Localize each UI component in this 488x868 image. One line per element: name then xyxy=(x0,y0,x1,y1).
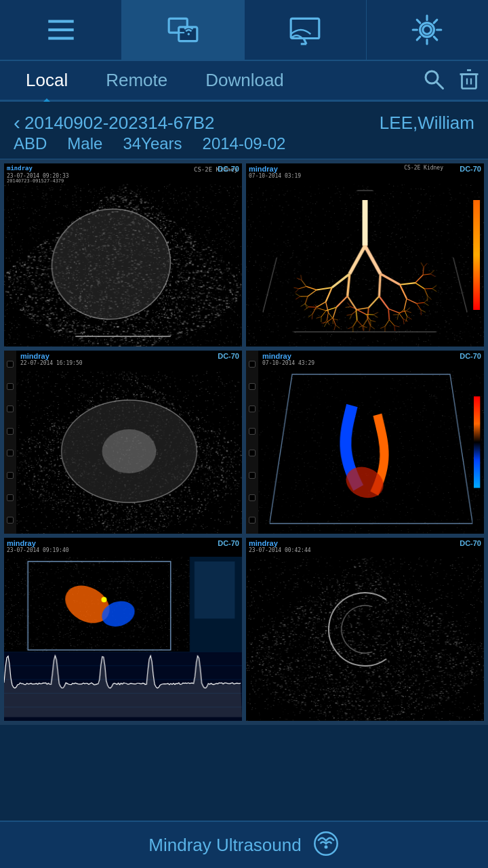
tab-download[interactable]: Download xyxy=(186,63,303,98)
delete-button[interactable] xyxy=(457,67,481,94)
img2-probe: CS-2E Kidney xyxy=(404,165,443,171)
image-cell-5[interactable]: mindray DC-70 23-07-2014 09:19:40 xyxy=(4,538,242,721)
film-strip-3 xyxy=(4,351,16,534)
img3-device: DC-70 xyxy=(218,352,239,360)
svg-rect-2 xyxy=(48,37,74,39)
img4-brand: mindray xyxy=(262,352,291,360)
footer-brand: Mindray Ultrasound xyxy=(148,835,301,856)
search-icon xyxy=(422,67,446,92)
img2-brand: mindray xyxy=(249,165,278,173)
img5-device: DC-70 xyxy=(218,539,239,547)
trash-icon xyxy=(457,67,481,92)
image-grid: mindray CS-2E Kidney 23-07-2014 09:20:33… xyxy=(0,159,488,725)
img6-date: 23-07-2014 00:42:44 xyxy=(249,547,311,553)
patient-gender: Male xyxy=(67,134,102,153)
img3-brand: mindray xyxy=(20,352,49,360)
tab-bar: Local Remote Download xyxy=(0,61,488,102)
nav-settings[interactable] xyxy=(367,0,488,60)
wifi-icon xyxy=(312,830,340,857)
svg-point-19 xyxy=(324,846,327,849)
cast-icon xyxy=(288,13,322,47)
img1-label: mindray xyxy=(7,165,33,172)
image-cell-3[interactable]: mindray DC-70 22-07-2014 16:19:50 xyxy=(4,351,242,534)
list-icon xyxy=(44,13,78,47)
image-cell-2[interactable]: mindray DC-70 07-10-2014 03:19 CS-2E Kid… xyxy=(246,163,484,347)
svg-point-9 xyxy=(423,26,432,35)
tab-actions xyxy=(422,67,481,94)
patient-id-row: ‹ 20140902-202314-67B2 LEE,William xyxy=(14,111,474,134)
remote-view-icon xyxy=(166,13,200,47)
svg-rect-1 xyxy=(48,28,74,31)
image-cell-1[interactable]: mindray CS-2E Kidney 23-07-2014 09:20:33… xyxy=(4,163,242,347)
patient-date: 2014-09-02 xyxy=(203,134,286,153)
patient-name: LEE,William xyxy=(380,113,474,134)
patient-body-part: ABD xyxy=(14,134,47,153)
chevron-left-icon[interactable]: ‹ xyxy=(14,111,20,134)
tab-remote[interactable]: Remote xyxy=(87,63,186,98)
img4-date: 07-10-2014 43:29 xyxy=(262,360,314,366)
svg-line-12 xyxy=(436,81,443,88)
patient-age: 34Years xyxy=(123,134,182,153)
svg-rect-13 xyxy=(462,74,476,88)
patient-details-row: ABD Male 34Years 2014-09-02 xyxy=(14,134,474,153)
patient-info-bar: ‹ 20140902-202314-67B2 LEE,William ABD M… xyxy=(0,102,488,159)
patient-id: 20140902-202314-67B2 xyxy=(24,113,214,134)
img5-date: 23-07-2014 09:19:40 xyxy=(7,547,69,553)
img5-brand: mindray xyxy=(7,539,36,547)
footer: Mindray Ultrasound xyxy=(0,821,488,868)
top-navigation xyxy=(0,0,488,61)
wifi-button[interactable] xyxy=(312,830,340,860)
img3-date: 22-07-2014 16:19:50 xyxy=(20,360,83,366)
svg-rect-0 xyxy=(48,20,74,22)
nav-cast[interactable] xyxy=(245,0,367,60)
img6-brand: mindray xyxy=(249,539,278,547)
film-strip-4 xyxy=(246,351,258,534)
img1-pid: 20140723-091527-4379 xyxy=(7,178,64,184)
img6-device: DC-70 xyxy=(460,539,481,547)
img1-device: DC-70 xyxy=(218,165,239,173)
nav-remote-view[interactable] xyxy=(122,0,244,60)
img2-device: DC-70 xyxy=(460,165,481,173)
nav-list[interactable] xyxy=(0,0,122,60)
search-button[interactable] xyxy=(422,67,446,94)
settings-icon xyxy=(410,13,444,47)
svg-point-5 xyxy=(188,33,190,35)
image-cell-4[interactable]: mindray DC-70 07-10-2014 43:29 xyxy=(246,351,484,534)
image-cell-6[interactable]: mindray DC-70 23-07-2014 00:42:44 xyxy=(246,538,484,721)
img2-date: 07-10-2014 03:19 xyxy=(249,173,301,179)
tab-local[interactable]: Local xyxy=(7,63,87,98)
img4-device: DC-70 xyxy=(460,352,481,360)
